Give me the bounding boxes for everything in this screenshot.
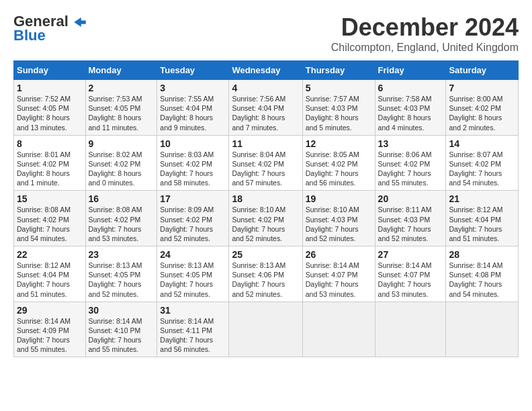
day-cell: 22Sunrise: 8:12 AM Sunset: 4:04 PM Dayli…	[14, 246, 86, 302]
day-number: 1	[17, 83, 83, 93]
day-cell: 12Sunrise: 8:05 AM Sunset: 4:02 PM Dayli…	[302, 135, 375, 191]
day-number: 5	[306, 83, 372, 93]
day-info: Sunrise: 7:53 AM Sunset: 4:05 PM Dayligh…	[89, 95, 142, 132]
day-cell: 15Sunrise: 8:08 AM Sunset: 4:02 PM Dayli…	[14, 191, 86, 246]
day-info: Sunrise: 8:13 AM Sunset: 4:05 PM Dayligh…	[160, 261, 214, 298]
day-number: 18	[232, 193, 299, 204]
day-number: 7	[449, 83, 515, 93]
week-row-1: 1Sunrise: 7:52 AM Sunset: 4:05 PM Daylig…	[14, 80, 519, 136]
day-cell	[302, 302, 375, 357]
main-title: December 2024	[331, 13, 519, 42]
day-info: Sunrise: 8:14 AM Sunset: 4:10 PM Dayligh…	[89, 317, 142, 354]
day-info: Sunrise: 8:07 AM Sunset: 4:02 PM Dayligh…	[449, 150, 502, 187]
day-info: Sunrise: 7:58 AM Sunset: 4:03 PM Dayligh…	[378, 95, 432, 132]
day-info: Sunrise: 7:52 AM Sunset: 4:05 PM Dayligh…	[17, 95, 71, 132]
day-cell: 21Sunrise: 8:12 AM Sunset: 4:04 PM Dayli…	[446, 191, 519, 246]
day-cell: 31Sunrise: 8:14 AM Sunset: 4:11 PM Dayli…	[157, 302, 229, 357]
day-info: Sunrise: 8:10 AM Sunset: 4:02 PM Dayligh…	[232, 205, 285, 242]
calendar-table: SundayMondayTuesdayWednesdayThursdayFrid…	[13, 60, 519, 357]
day-cell: 17Sunrise: 8:09 AM Sunset: 4:02 PM Dayli…	[157, 191, 229, 246]
day-cell	[446, 302, 519, 357]
day-info: Sunrise: 8:01 AM Sunset: 4:02 PM Dayligh…	[17, 150, 71, 187]
day-cell: 11Sunrise: 8:04 AM Sunset: 4:02 PM Dayli…	[229, 135, 302, 191]
day-info: Sunrise: 8:13 AM Sunset: 4:06 PM Dayligh…	[232, 261, 285, 298]
day-number: 21	[449, 193, 515, 204]
day-number: 25	[232, 249, 299, 260]
day-number: 24	[160, 249, 226, 260]
day-number: 27	[378, 249, 443, 260]
day-info: Sunrise: 7:57 AM Sunset: 4:03 PM Dayligh…	[306, 95, 359, 132]
day-info: Sunrise: 8:09 AM Sunset: 4:02 PM Dayligh…	[160, 205, 214, 242]
day-number: 26	[306, 249, 372, 260]
logo-blue: Blue	[13, 27, 46, 44]
header-cell-wednesday: Wednesday	[229, 61, 302, 80]
day-info: Sunrise: 8:06 AM Sunset: 4:02 PM Dayligh…	[378, 150, 432, 187]
week-row-2: 8Sunrise: 8:01 AM Sunset: 4:02 PM Daylig…	[14, 135, 519, 191]
header-cell-monday: Monday	[85, 61, 157, 80]
day-cell: 4Sunrise: 7:56 AM Sunset: 4:04 PM Daylig…	[229, 80, 302, 136]
day-cell: 18Sunrise: 8:10 AM Sunset: 4:02 PM Dayli…	[229, 191, 302, 246]
day-cell: 9Sunrise: 8:02 AM Sunset: 4:02 PM Daylig…	[85, 135, 157, 191]
day-cell: 16Sunrise: 8:08 AM Sunset: 4:02 PM Dayli…	[85, 191, 157, 246]
day-number: 13	[378, 138, 443, 149]
day-info: Sunrise: 7:56 AM Sunset: 4:04 PM Dayligh…	[232, 95, 285, 132]
day-info: Sunrise: 8:12 AM Sunset: 4:04 PM Dayligh…	[449, 205, 502, 242]
day-number: 8	[17, 138, 83, 149]
day-info: Sunrise: 8:14 AM Sunset: 4:08 PM Dayligh…	[449, 261, 502, 298]
day-cell: 23Sunrise: 8:13 AM Sunset: 4:05 PM Dayli…	[85, 246, 157, 302]
day-info: Sunrise: 8:02 AM Sunset: 4:02 PM Dayligh…	[89, 150, 142, 187]
day-number: 10	[160, 138, 226, 149]
day-cell: 29Sunrise: 8:14 AM Sunset: 4:09 PM Dayli…	[14, 302, 86, 357]
day-info: Sunrise: 8:08 AM Sunset: 4:02 PM Dayligh…	[17, 205, 71, 242]
day-cell: 2Sunrise: 7:53 AM Sunset: 4:05 PM Daylig…	[85, 80, 157, 136]
day-info: Sunrise: 8:14 AM Sunset: 4:09 PM Dayligh…	[17, 317, 71, 354]
day-number: 3	[160, 83, 226, 93]
day-info: Sunrise: 8:05 AM Sunset: 4:02 PM Dayligh…	[306, 150, 359, 187]
day-info: Sunrise: 7:55 AM Sunset: 4:04 PM Dayligh…	[160, 95, 214, 132]
day-cell: 27Sunrise: 8:14 AM Sunset: 4:07 PM Dayli…	[375, 246, 446, 302]
day-info: Sunrise: 8:14 AM Sunset: 4:07 PM Dayligh…	[306, 261, 359, 298]
day-cell: 1Sunrise: 7:52 AM Sunset: 4:05 PM Daylig…	[14, 80, 86, 136]
day-info: Sunrise: 8:00 AM Sunset: 4:02 PM Dayligh…	[449, 95, 502, 132]
day-cell: 19Sunrise: 8:10 AM Sunset: 4:03 PM Dayli…	[302, 191, 375, 246]
day-cell: 5Sunrise: 7:57 AM Sunset: 4:03 PM Daylig…	[302, 80, 375, 136]
day-cell: 8Sunrise: 8:01 AM Sunset: 4:02 PM Daylig…	[14, 135, 86, 191]
day-info: Sunrise: 8:14 AM Sunset: 4:11 PM Dayligh…	[160, 317, 214, 354]
day-number: 9	[89, 138, 154, 149]
day-number: 31	[160, 305, 226, 316]
day-number: 28	[449, 249, 515, 260]
calendar-header-row: SundayMondayTuesdayWednesdayThursdayFrid…	[14, 61, 519, 80]
day-number: 23	[89, 249, 154, 260]
day-number: 16	[89, 193, 154, 204]
day-number: 30	[89, 305, 154, 316]
day-number: 22	[17, 249, 83, 260]
day-number: 12	[306, 138, 372, 149]
day-cell: 14Sunrise: 8:07 AM Sunset: 4:02 PM Dayli…	[446, 135, 519, 191]
logo: General Blue	[13, 13, 86, 44]
day-info: Sunrise: 8:03 AM Sunset: 4:02 PM Dayligh…	[160, 150, 214, 187]
header-cell-friday: Friday	[375, 61, 446, 80]
header-cell-sunday: Sunday	[14, 61, 86, 80]
day-info: Sunrise: 8:04 AM Sunset: 4:02 PM Dayligh…	[232, 150, 285, 187]
day-cell: 26Sunrise: 8:14 AM Sunset: 4:07 PM Dayli…	[302, 246, 375, 302]
header: General Blue December 2024 Chilcompton, …	[13, 13, 519, 54]
day-cell: 20Sunrise: 8:11 AM Sunset: 4:03 PM Dayli…	[375, 191, 446, 246]
day-cell: 30Sunrise: 8:14 AM Sunset: 4:10 PM Dayli…	[85, 302, 157, 357]
day-info: Sunrise: 8:10 AM Sunset: 4:03 PM Dayligh…	[306, 205, 359, 242]
subtitle: Chilcompton, England, United Kingdom	[331, 42, 519, 54]
day-number: 2	[89, 83, 154, 93]
day-info: Sunrise: 8:12 AM Sunset: 4:04 PM Dayligh…	[17, 261, 71, 298]
day-number: 29	[17, 305, 83, 316]
week-row-4: 22Sunrise: 8:12 AM Sunset: 4:04 PM Dayli…	[14, 246, 519, 302]
header-cell-thursday: Thursday	[302, 61, 375, 80]
day-cell: 10Sunrise: 8:03 AM Sunset: 4:02 PM Dayli…	[157, 135, 229, 191]
svg-marker-0	[74, 17, 86, 27]
day-cell	[229, 302, 302, 357]
day-info: Sunrise: 8:08 AM Sunset: 4:02 PM Dayligh…	[89, 205, 142, 242]
day-info: Sunrise: 8:13 AM Sunset: 4:05 PM Dayligh…	[89, 261, 142, 298]
day-cell: 3Sunrise: 7:55 AM Sunset: 4:04 PM Daylig…	[157, 80, 229, 136]
day-number: 15	[17, 193, 83, 204]
day-cell	[375, 302, 446, 357]
week-row-5: 29Sunrise: 8:14 AM Sunset: 4:09 PM Dayli…	[14, 302, 519, 357]
week-row-3: 15Sunrise: 8:08 AM Sunset: 4:02 PM Dayli…	[14, 191, 519, 246]
